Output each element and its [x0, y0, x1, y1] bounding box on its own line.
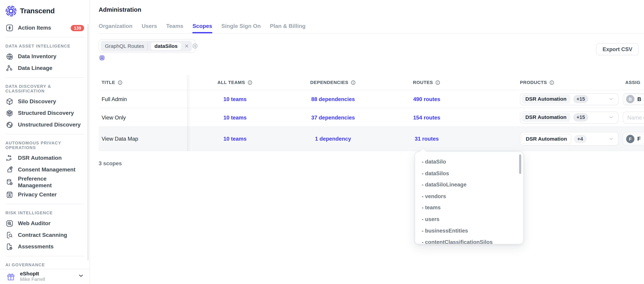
- sidebar-item-data-inventory[interactable]: Data Inventory: [0, 51, 90, 62]
- workspace-name: eShopIt: [20, 271, 45, 277]
- filter-input[interactable]: GraphQL Routes dataSilos: [99, 39, 196, 53]
- sidebar-item-label: Consent Management: [18, 166, 76, 173]
- workspace-user: Mike Farrell: [20, 277, 45, 282]
- magnifier-square-icon: [5, 219, 14, 228]
- sidebar-item-dsr-automation[interactable]: DSR Automation: [0, 152, 90, 164]
- assignees-select[interactable]: B B: [623, 93, 644, 105]
- id-card-icon: [5, 190, 14, 199]
- sticky-column-shadow: [187, 75, 191, 151]
- sidebar-item-label: DSR Automation: [18, 155, 62, 162]
- info-icon[interactable]: [117, 80, 122, 85]
- scope-title: Full Admin: [99, 96, 187, 102]
- scope-title: View Only: [99, 114, 187, 120]
- teams-link[interactable]: 10 teams: [223, 96, 246, 102]
- cube-icon: [5, 98, 14, 106]
- teams-link[interactable]: 10 teams: [223, 136, 246, 142]
- assignee-chip: F F: [624, 134, 644, 144]
- tab-bar: Organization Users Teams Scopes Single S…: [99, 23, 644, 34]
- sidebar-item-consent-management[interactable]: Consent Management: [0, 164, 90, 176]
- page-title: Administration: [99, 6, 644, 13]
- sidebar-item-contract-scanning[interactable]: Contract Scanning: [0, 229, 90, 241]
- sidebar-item-assessments[interactable]: Assessments: [0, 241, 90, 253]
- routes-link[interactable]: 490 routes: [413, 96, 440, 102]
- network-nodes-icon: [5, 64, 14, 72]
- tab-teams[interactable]: Teams: [166, 23, 183, 29]
- sidebar-item-label: Contract Scanning: [18, 232, 67, 238]
- products-select[interactable]: DSR Automation +4: [520, 132, 619, 146]
- database-check-icon: [5, 178, 14, 186]
- export-csv-button[interactable]: Export CSV: [596, 43, 638, 55]
- filter-value[interactable]: dataSilos: [151, 42, 181, 50]
- assignee-chip: B B: [624, 94, 644, 104]
- chevron-down-icon: [608, 136, 614, 142]
- routes-link[interactable]: 31 routes: [415, 136, 439, 142]
- sidebar-item-label: Silo Discovery: [18, 98, 56, 105]
- filter-chip[interactable]: GraphQL Routes dataSilos: [101, 40, 192, 52]
- routes-link[interactable]: 154 routes: [413, 114, 440, 120]
- tab-users[interactable]: Users: [142, 23, 157, 29]
- sidebar-item-label: Preference Management: [18, 176, 60, 189]
- workspace-switcher[interactable]: eShopIt Mike Farrell: [0, 269, 90, 284]
- sidebar-section-data-asset-intelligence: DATA ASSET INTELLIGENCE: [0, 41, 90, 51]
- column-header-routes: ROUTES: [383, 80, 470, 85]
- avatar: F: [626, 134, 634, 143]
- sidebar-item-label: Data Lineage: [18, 65, 52, 72]
- sidebar-divider: [5, 78, 84, 78]
- sphere-icon: [5, 121, 14, 129]
- tab-plan-billing[interactable]: Plan & Billing: [270, 23, 306, 29]
- teams-link[interactable]: 10 teams: [223, 114, 246, 120]
- info-icon[interactable]: [435, 80, 440, 85]
- sidebar-item-unstructured-discovery[interactable]: Unstructured Discovery: [0, 119, 90, 131]
- scope-title: View Data Map: [99, 136, 187, 142]
- sidebar-item-label: Web Auditor: [18, 220, 50, 227]
- assignees-select[interactable]: F F: [623, 132, 644, 146]
- routes-popover: - dataSilo - dataSilos - dataSiloLineage…: [415, 152, 524, 244]
- product-more-count: +15: [573, 113, 588, 122]
- sidebar-section-risk-intelligence: RISK INTELLIGENCE: [0, 208, 90, 218]
- sidebar-item-structured-discovery[interactable]: Structured Discovery: [0, 108, 90, 119]
- popover-scrollbar[interactable]: [519, 154, 521, 174]
- sidebar-item-web-auditor[interactable]: Web Auditor: [0, 218, 90, 229]
- sidebar-item-action-items[interactable]: Action Items 139: [0, 22, 90, 34]
- products-select[interactable]: DSR Automation +15: [520, 111, 619, 124]
- products-select[interactable]: DSR Automation +15: [520, 93, 619, 105]
- product-more-count: +15: [573, 95, 588, 103]
- info-icon[interactable]: [247, 80, 252, 85]
- filter-bar: GraphQL Routes dataSilos: [99, 39, 644, 53]
- route-item: - teams: [422, 202, 523, 214]
- table-header-row: TITLE ALL TEAMS DEPENDENCIES ROUTES PROD…: [99, 75, 644, 90]
- sidebar-divider: [5, 134, 84, 134]
- sidebar-item-label: Assessments: [18, 244, 54, 250]
- sidebar-item-silo-discovery[interactable]: Silo Discovery: [0, 96, 90, 108]
- sidebar-item-privacy-center[interactable]: Privacy Center: [0, 189, 90, 201]
- document-question-icon: [5, 242, 14, 251]
- column-header-title: TITLE: [99, 80, 187, 85]
- book-icon[interactable]: [99, 55, 105, 61]
- dependencies-link[interactable]: 37 dependencies: [311, 114, 355, 120]
- tab-scopes[interactable]: Scopes: [192, 23, 212, 29]
- globe-box-icon: [5, 52, 14, 61]
- plus-circle-icon[interactable]: [192, 43, 198, 49]
- grid-cube-icon: [5, 109, 14, 117]
- avatar: B: [626, 95, 634, 103]
- assignee-name-input[interactable]: [623, 111, 644, 124]
- info-icon[interactable]: [350, 80, 356, 85]
- sidebar-item-label: Structured Discovery: [18, 110, 74, 116]
- sidebar-scrollbar[interactable]: [87, 24, 88, 260]
- sidebar-item-data-lineage[interactable]: Data Lineage: [0, 62, 90, 74]
- dependencies-link[interactable]: 88 dependencies: [311, 96, 355, 102]
- sidebar-item-preference-management[interactable]: Preference Management: [0, 176, 90, 189]
- filter-category: GraphQL Routes: [105, 43, 144, 49]
- scopes-count-summary: 3 scopes: [99, 160, 644, 166]
- sidebar-item-label: Unstructured Discovery: [18, 122, 80, 128]
- dependencies-link[interactable]: 1 dependency: [315, 136, 351, 142]
- sidebar-section-data-discovery: DATA DISCOVERY & CLASSIFICATION: [0, 81, 90, 96]
- tab-single-sign-on[interactable]: Single Sign On: [221, 23, 261, 29]
- tab-organization[interactable]: Organization: [99, 23, 132, 29]
- column-header-all-teams: ALL TEAMS: [187, 80, 283, 85]
- lightning-square-icon: [5, 24, 14, 32]
- scopes-table: TITLE ALL TEAMS DEPENDENCIES ROUTES PROD…: [99, 75, 644, 151]
- route-item: - vendors: [422, 190, 523, 202]
- x-icon[interactable]: [184, 44, 189, 48]
- info-icon[interactable]: [549, 80, 554, 85]
